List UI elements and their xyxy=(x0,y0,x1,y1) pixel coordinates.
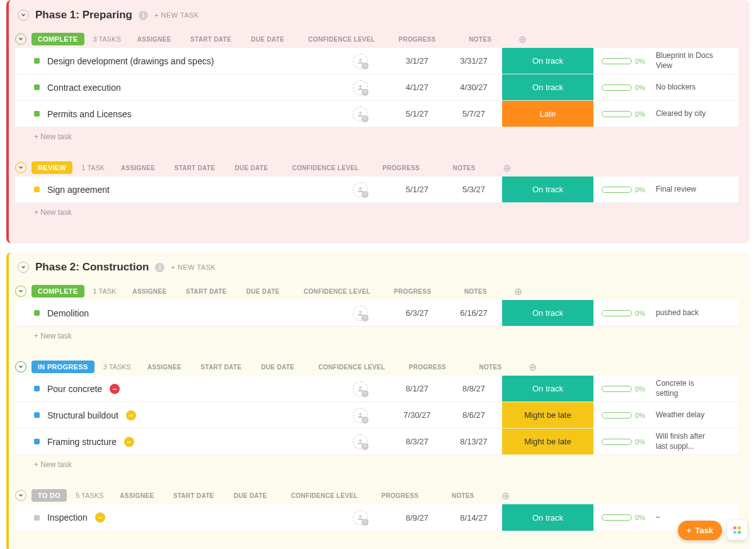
confidence-cell[interactable]: On track xyxy=(502,74,593,100)
progress-cell[interactable]: 0% xyxy=(593,385,653,393)
status-dot-icon[interactable] xyxy=(34,310,40,316)
col-confidence[interactable]: CONFIDENCE LEVEL xyxy=(306,364,398,371)
notes-cell[interactable]: Blueprint in Docs View xyxy=(653,51,719,71)
col-progress[interactable]: PROGRESS xyxy=(371,165,431,171)
assignee-cell[interactable] xyxy=(332,306,389,321)
priority-icon[interactable]: – xyxy=(126,410,136,420)
col-progress[interactable]: PROGRESS xyxy=(387,36,447,43)
due-date-cell[interactable]: 8/8/27 xyxy=(445,384,502,393)
due-date-cell[interactable]: 5/3/27 xyxy=(445,185,502,194)
task-row[interactable]: Demolition 6/3/27 6/16/27 On track 0% pu… xyxy=(15,300,738,327)
col-assignee[interactable]: ASSIGNEE xyxy=(136,364,193,371)
status-dot-icon[interactable] xyxy=(34,84,40,90)
notes-cell[interactable]: No blockers xyxy=(653,83,719,93)
task-row[interactable]: Design development (drawings and specs) … xyxy=(15,48,738,74)
notes-cell[interactable]: Final review xyxy=(653,185,719,195)
phase-title[interactable]: Phase 1: Preparing xyxy=(35,9,132,21)
progress-cell[interactable]: 0% xyxy=(593,84,653,91)
add-column-button[interactable]: ⊕ xyxy=(524,361,542,373)
col-notes[interactable]: NOTES xyxy=(442,288,508,295)
task-row[interactable]: Inspection – 8/9/27 8/14/27 On track 0% … xyxy=(15,504,738,531)
status-dot-icon[interactable] xyxy=(34,111,40,117)
new-task-row-button[interactable]: + New task xyxy=(15,455,738,474)
task-row[interactable]: Structural buildout – 7/30/27 8/6/27 Mig… xyxy=(15,402,738,429)
task-row[interactable]: Contract execution 4/1/27 4/30/27 On tra… xyxy=(15,74,738,101)
assignee-cell[interactable] xyxy=(332,182,389,197)
collapse-icon[interactable] xyxy=(15,33,26,45)
progress-cell[interactable]: 0% xyxy=(593,57,653,65)
assignee-cell[interactable] xyxy=(332,80,389,95)
col-start-date[interactable]: START DATE xyxy=(178,288,234,295)
start-date-cell[interactable]: 5/1/27 xyxy=(389,185,445,194)
due-date-cell[interactable]: 4/30/27 xyxy=(445,83,502,92)
info-icon[interactable]: i xyxy=(139,11,148,20)
progress-cell[interactable]: 0% xyxy=(593,186,653,194)
due-date-cell[interactable]: 8/6/27 xyxy=(445,410,502,420)
phase-title[interactable]: Phase 2: Construction xyxy=(35,261,149,274)
assignee-cell[interactable] xyxy=(332,434,389,449)
col-confidence[interactable]: CONFIDENCE LEVEL xyxy=(291,288,382,295)
add-column-button[interactable]: ⊕ xyxy=(496,490,515,502)
task-name[interactable]: Demolition xyxy=(47,308,89,318)
col-notes[interactable]: NOTES xyxy=(457,364,524,371)
confidence-cell[interactable]: Late xyxy=(502,101,593,127)
status-dot-icon[interactable] xyxy=(34,412,40,418)
task-row[interactable]: Pour concrete – 8/1/27 8/8/27 On track 0… xyxy=(15,376,738,402)
task-name[interactable]: Contract execution xyxy=(47,83,121,93)
progress-cell[interactable]: 0% xyxy=(593,514,653,521)
col-notes[interactable]: NOTES xyxy=(430,492,496,499)
due-date-cell[interactable]: 3/31/27 xyxy=(445,56,502,66)
col-progress[interactable]: PROGRESS xyxy=(370,492,430,499)
task-name[interactable]: Permits and Licenses xyxy=(47,109,132,119)
start-date-cell[interactable]: 4/1/27 xyxy=(389,83,445,92)
assign-avatar-icon[interactable] xyxy=(353,182,368,197)
assignee-cell[interactable] xyxy=(332,107,389,122)
confidence-cell[interactable]: On track xyxy=(502,48,593,74)
priority-icon[interactable]: – xyxy=(95,512,105,523)
task-name[interactable]: Framing structure xyxy=(47,437,117,447)
add-column-button[interactable]: ⊕ xyxy=(508,286,527,298)
col-confidence[interactable]: CONFIDENCE LEVEL xyxy=(278,492,370,499)
assign-avatar-icon[interactable] xyxy=(353,408,368,423)
confidence-cell[interactable]: On track xyxy=(502,300,593,326)
collapse-icon[interactable] xyxy=(18,262,29,273)
col-notes[interactable]: NOTES xyxy=(447,36,513,43)
progress-cell[interactable]: 0% xyxy=(593,110,653,118)
task-name[interactable]: Sign agreement xyxy=(47,185,110,195)
col-start-date[interactable]: START DATE xyxy=(183,36,239,43)
due-date-cell[interactable]: 8/13/27 xyxy=(445,437,502,446)
start-date-cell[interactable]: 5/1/27 xyxy=(389,109,445,118)
notes-cell[interactable]: pushed back xyxy=(653,308,719,318)
priority-icon[interactable]: – xyxy=(124,437,134,447)
notes-cell[interactable]: Will finish after last suppl... xyxy=(653,432,719,451)
col-confidence[interactable]: CONFIDENCE LEVEL xyxy=(280,165,371,171)
status-dot-icon[interactable] xyxy=(34,58,40,64)
col-due-date[interactable]: DUE DATE xyxy=(234,288,291,295)
status-dot-icon[interactable] xyxy=(34,386,40,391)
new-task-fab[interactable]: + Task xyxy=(678,521,722,540)
start-date-cell[interactable]: 8/1/27 xyxy=(389,384,445,393)
priority-icon[interactable]: – xyxy=(110,384,120,394)
col-start-date[interactable]: START DATE xyxy=(193,364,249,371)
task-row[interactable]: Sign agreement 5/1/27 5/3/27 On track 0%… xyxy=(15,176,738,203)
col-start-date[interactable]: START DATE xyxy=(166,165,223,171)
collapse-icon[interactable] xyxy=(15,286,26,297)
col-assignee[interactable]: ASSIGNEE xyxy=(110,165,166,171)
new-task-row-button[interactable]: + New task xyxy=(15,203,738,222)
col-due-date[interactable]: DUE DATE xyxy=(222,492,278,499)
col-confidence[interactable]: CONFIDENCE LEVEL xyxy=(296,36,387,43)
task-row[interactable]: Framing structure – 8/3/27 8/13/27 Might… xyxy=(15,429,738,455)
task-name[interactable]: Pour concrete xyxy=(47,384,102,394)
collapse-icon[interactable] xyxy=(15,162,26,173)
assign-avatar-icon[interactable] xyxy=(353,434,368,449)
col-due-date[interactable]: DUE DATE xyxy=(249,364,306,371)
progress-cell[interactable]: 0% xyxy=(593,438,653,446)
notes-cell[interactable]: Concrete is setting xyxy=(653,379,719,398)
due-date-cell[interactable]: 8/14/27 xyxy=(445,513,502,523)
col-notes[interactable]: NOTES xyxy=(431,165,497,171)
progress-cell[interactable]: 0% xyxy=(593,309,653,317)
col-start-date[interactable]: START DATE xyxy=(165,492,222,499)
collapse-icon[interactable] xyxy=(15,490,26,501)
due-date-cell[interactable]: 5/7/27 xyxy=(445,109,502,118)
status-pill[interactable]: TO DO xyxy=(32,489,67,502)
